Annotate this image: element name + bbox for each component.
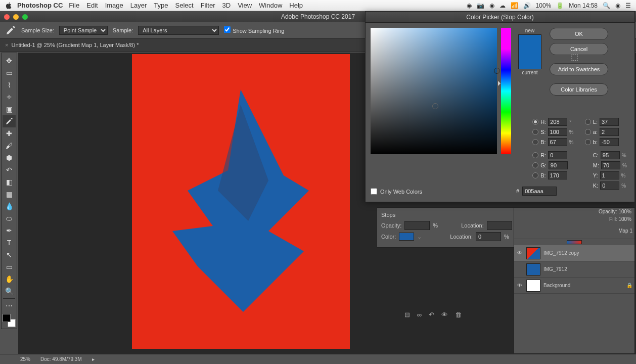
show-ring-checkbox[interactable] [224,26,231,33]
app-name[interactable]: Photoshop CC [17,2,63,9]
opacity-input[interactable] [404,221,430,230]
b-input[interactable] [548,138,567,146]
b2-input[interactable] [600,138,619,146]
h-input[interactable] [548,118,567,126]
color-field[interactable] [371,28,497,154]
menu-filter[interactable]: Filter [201,2,215,9]
cube-icon[interactable]: ⬚ [571,52,578,59]
trash-icon[interactable]: 🗑 [455,311,462,318]
menu-layer[interactable]: Layer [130,2,147,9]
bb-input[interactable] [548,171,567,179]
k-input[interactable] [600,181,619,190]
add-swatches-button[interactable]: Add to Swatches [550,63,608,75]
gradient-tool[interactable]: ▦ [3,188,16,200]
menu-type[interactable]: Type [154,2,168,9]
link-icon[interactable]: ∞ [417,311,422,318]
color-libraries-button[interactable]: Color Libraries [550,83,608,96]
l-radio[interactable] [585,119,591,125]
siri-icon[interactable]: ◉ [615,2,620,9]
current-color[interactable] [519,52,541,69]
record-icon[interactable]: ◉ [467,2,472,9]
color-swatches[interactable] [3,314,16,327]
m-input[interactable] [601,161,620,169]
sample-size-select[interactable]: Point Sample [59,26,108,35]
shape-tool[interactable]: ▭ [3,261,16,273]
r-radio[interactable] [532,152,538,158]
camera-icon[interactable]: 📷 [477,2,484,9]
menu-image[interactable]: Image [105,2,123,9]
revert-icon[interactable]: ↶ [429,311,434,318]
menu-help[interactable]: Help [289,2,303,9]
layer-row-2[interactable]: 👁 Background 🔒 [514,278,634,294]
color-field-cursor[interactable] [432,103,438,109]
g-radio[interactable] [532,162,538,168]
b-radio[interactable] [532,139,538,145]
a-input[interactable] [600,128,619,136]
s-radio[interactable] [532,129,538,135]
stop-color-swatch[interactable] [399,233,414,241]
zoom-level[interactable]: 25% [20,356,30,362]
layer-row-1[interactable]: IMG_7912 [514,261,634,278]
healing-tool[interactable]: ✚ [3,127,16,140]
menu-window[interactable]: Window [259,2,282,9]
c-input[interactable] [601,151,620,159]
blur-tool[interactable]: 💧 [3,200,16,212]
s-input[interactable] [548,128,567,136]
hue-slider[interactable] [501,28,511,154]
layer-row-0[interactable]: 👁 IMG_7912 copy [514,245,634,261]
hex-input[interactable] [522,187,557,196]
fg-color[interactable] [3,314,11,322]
dodge-tool[interactable]: ⬭ [3,212,16,224]
maximize-window-button[interactable] [22,14,28,20]
menu-file[interactable]: File [69,2,79,9]
hand-tool[interactable]: ✋ [3,273,16,285]
sample-select[interactable]: All Layers [138,26,219,35]
show-sampling-ring[interactable]: Show Sampling Ring [224,26,284,34]
menu-edit[interactable]: Edit [86,2,98,9]
layer-gradient-map[interactable]: Map 1 [514,223,634,239]
wand-tool[interactable]: ✧ [3,91,16,103]
hue-marker[interactable] [498,81,501,86]
close-window-button[interactable] [4,14,10,20]
pen-tool[interactable]: ✒ [3,224,16,237]
cloud-icon[interactable]: ☁ [499,2,506,9]
stamp-tool[interactable]: ⬢ [3,152,16,164]
color-field-cursor-2[interactable] [494,68,500,74]
eraser-tool[interactable]: ◧ [3,176,16,188]
y-input[interactable] [600,171,619,179]
b2-radio[interactable] [585,139,591,145]
a-radio[interactable] [585,129,591,135]
doc-size[interactable]: Doc: 49.8M/79.3M [40,356,82,362]
document-tab[interactable]: Untitled-1 @ 25% (Gradient Map 1, Layer … [11,42,139,48]
shield-icon[interactable]: ◉ [489,2,494,9]
location-input-1[interactable] [487,221,512,230]
volume-icon[interactable]: 🔊 [523,2,531,9]
minimize-window-button[interactable] [13,14,19,20]
h-radio[interactable] [532,119,538,125]
marquee-tool[interactable]: ▭ [3,67,16,79]
clock[interactable]: Mon 14:58 [569,2,598,9]
battery-icon[interactable]: 🔋 [556,2,564,9]
lock-icon[interactable]: 🔒 [626,283,632,288]
cancel-button[interactable]: Cancel [550,43,608,55]
close-tab-button[interactable]: × [5,42,8,48]
document-canvas[interactable] [132,54,350,349]
menu-icon[interactable]: ☰ [625,2,631,9]
type-tool[interactable]: T [3,237,16,249]
eyedropper-tool[interactable] [3,115,16,127]
path-tool[interactable]: ↖ [3,249,16,261]
history-brush-tool[interactable]: ↶ [3,164,16,176]
location-input-2[interactable] [476,232,501,241]
wifi-icon[interactable]: 📶 [511,2,518,9]
visibility-toggle-0[interactable]: 👁 [516,250,523,256]
status-chevron-icon[interactable]: ▸ [92,356,95,362]
l-input[interactable] [600,118,619,126]
align-icon[interactable]: ⊟ [404,311,410,318]
apple-icon[interactable] [5,2,12,9]
menu-3d[interactable]: 3D [222,2,231,9]
move-tool[interactable]: ✥ [3,55,16,67]
lasso-tool[interactable]: ⌇ [3,79,16,91]
menu-select[interactable]: Select [175,2,193,9]
eye-icon[interactable]: 👁 [441,311,448,318]
ok-button[interactable]: OK [550,28,608,40]
